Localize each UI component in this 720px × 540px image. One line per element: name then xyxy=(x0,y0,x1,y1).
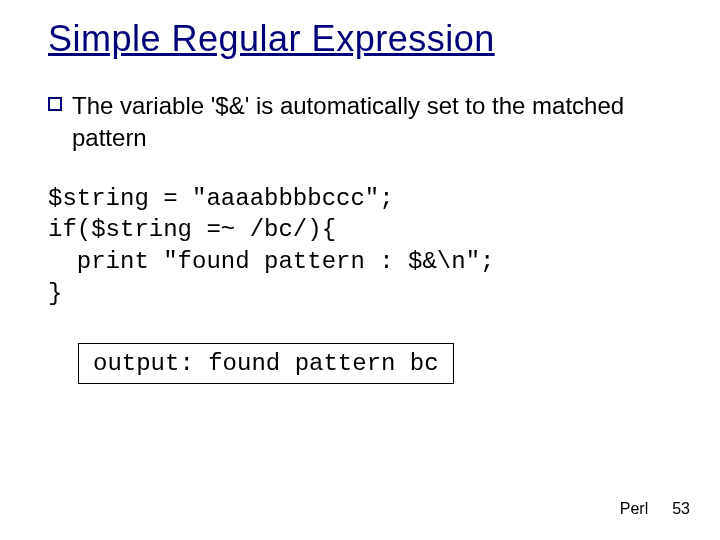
page-title: Simple Regular Expression xyxy=(48,18,672,60)
footer-label: Perl xyxy=(620,500,648,518)
page-number: 53 xyxy=(672,500,690,518)
output-box: output: found pattern bc xyxy=(78,343,454,384)
bullet-text: The variable '$&' is automatically set t… xyxy=(72,90,672,155)
footer: Perl 53 xyxy=(620,500,690,518)
slide: Simple Regular Expression The variable '… xyxy=(0,0,720,540)
square-bullet-icon xyxy=(48,97,62,111)
bullet-item: The variable '$&' is automatically set t… xyxy=(48,90,672,155)
code-block: $string = "aaaabbbbccc"; if($string =~ /… xyxy=(48,183,672,310)
